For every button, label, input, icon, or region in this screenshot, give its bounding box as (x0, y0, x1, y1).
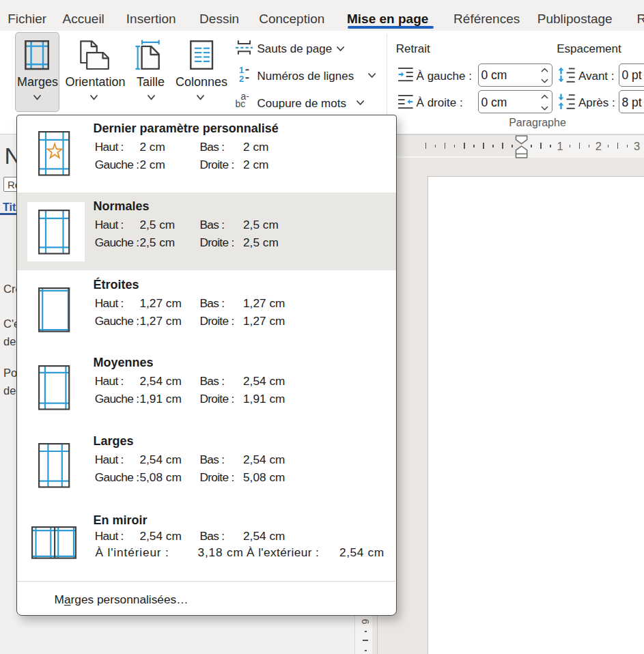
svg-text:bc: bc (235, 98, 245, 109)
svg-text:2: 2 (239, 74, 244, 84)
